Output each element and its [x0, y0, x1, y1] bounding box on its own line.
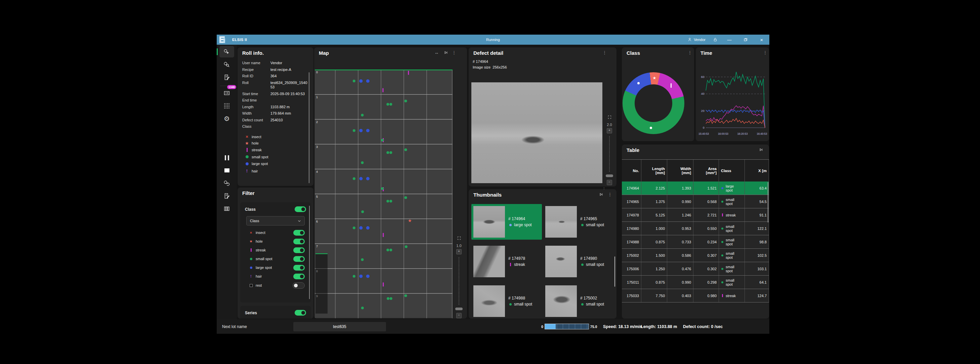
thumbnail-card[interactable]: # 175002small spot [543, 283, 614, 319]
table-cell: 0.990 [667, 195, 694, 208]
thumbnail-image [473, 285, 505, 317]
dot-symbol [245, 155, 249, 158]
table-cell: 174988 [622, 235, 641, 248]
svg-text:40: 40 [701, 92, 705, 96]
insect-toggle[interactable] [293, 230, 305, 236]
map-zoom-slider[interactable] [458, 257, 459, 305]
class-filter-card: Class Class ×insect★holestreaksmall spot… [240, 202, 311, 302]
map-zoom-slider-handle[interactable] [455, 308, 463, 310]
report-edit-icon[interactable] [220, 190, 234, 202]
table-column-header[interactable]: Length[mm] [641, 160, 667, 182]
time-line-chart[interactable]: 0204060 [698, 59, 767, 133]
class-legend-item: small spot [245, 155, 269, 159]
table-column-header[interactable]: Area[mm²] [694, 160, 719, 182]
table-cell: 98.8 [745, 235, 769, 248]
filter-scrollbar[interactable] [309, 206, 310, 299]
table-column-header[interactable]: Class [719, 160, 745, 182]
thumbnail-card[interactable]: # 174978streak [471, 244, 542, 279]
dot-symbol [249, 258, 253, 260]
large-spot-toggle[interactable] [293, 265, 305, 271]
columns-icon[interactable] [220, 203, 234, 214]
table-row[interactable]: 1749651.3750.9900.568small spot54.5 [622, 195, 769, 208]
roll-progress: 0 75.0 [541, 319, 597, 334]
map-resize-icon[interactable]: ↔ [434, 50, 439, 55]
table-cell: 0.307 [694, 249, 719, 262]
hair-toggle[interactable] [293, 274, 305, 279]
settings-gear-icon[interactable]: ⚙ [220, 113, 234, 125]
svg-text:2: 2 [316, 120, 318, 124]
bar-symbol [249, 248, 253, 252]
close-button[interactable]: × [757, 36, 766, 43]
thumbnails-kebab-menu-icon[interactable]: ⋮ [608, 192, 612, 196]
thumbnail-card[interactable]: # 174988small spot [471, 283, 542, 319]
table-scrollbar[interactable] [768, 182, 768, 222]
table-row[interactable]: 1750061.2500.4760.302small spot103.1 [622, 262, 769, 276]
class-kebab-menu-icon[interactable]: ⋮ [688, 50, 692, 55]
user-menu[interactable]: Vendor [687, 37, 706, 42]
dot-grid-icon[interactable] [220, 100, 234, 112]
thumbnails-skip-end-icon[interactable] [599, 192, 603, 197]
defect-zoom-slider-handle[interactable] [606, 174, 613, 177]
roll-info-field: Roll ID364 [242, 74, 308, 78]
thumbnail-card[interactable]: # 174964large spot [471, 204, 542, 239]
table-cell: 0.953 [667, 222, 694, 235]
table-cell-class: large spot [719, 182, 745, 195]
map-skip-end-icon[interactable] [444, 50, 448, 56]
defect-zoom-out-button[interactable]: − [607, 180, 612, 185]
table-row[interactable]: 1749785.1251.2462.721streak91.1 [622, 208, 769, 222]
class-legend-item: large spot [245, 162, 268, 166]
table-row[interactable]: 1749642.1251.3931.521large spot63.4 [622, 182, 769, 195]
document-edit-icon[interactable] [220, 72, 234, 83]
defect-image[interactable] [471, 82, 602, 183]
hole-toggle[interactable] [293, 239, 305, 244]
next-lot-input[interactable] [293, 322, 386, 331]
dot-symbol [508, 303, 512, 305]
table-row[interactable]: 1749801.0000.9530.550small spot122.1 [622, 222, 769, 235]
roll-play-icon[interactable] [220, 46, 234, 57]
restore-button[interactable] [741, 36, 750, 43]
stop-icon[interactable] [220, 165, 234, 176]
defect-kebab-menu-icon[interactable]: ⋮ [602, 50, 607, 55]
class-filter-dropdown[interactable]: Class [246, 216, 305, 225]
defect-zoom-in-button[interactable]: + [607, 128, 612, 133]
pause-icon[interactable] [220, 152, 234, 163]
series-filter-toggle[interactable] [294, 310, 306, 316]
defect-list-icon[interactable]: 1346 [220, 88, 234, 99]
time-kebab-menu-icon[interactable]: ⋮ [763, 50, 767, 55]
map-zoom-in-button[interactable]: + [456, 249, 461, 254]
table-cell: 0.980 [694, 289, 719, 302]
roll-info-field: Recipetest recipe-A [242, 67, 308, 72]
roll-search-icon[interactable] [220, 59, 234, 70]
thumbnail-card[interactable]: # 174980small spot [543, 244, 614, 279]
table-cell: 0.733 [667, 235, 694, 248]
minimize-button[interactable]: — [725, 36, 734, 43]
thumbnails-scrollbar[interactable] [614, 257, 615, 287]
map-zoom-out-button[interactable]: − [456, 313, 461, 318]
table-row[interactable]: 1749880.8750.7330.234small spot98.8 [622, 235, 769, 249]
map-fullscreen-icon[interactable] [457, 236, 461, 242]
dot-symbol [720, 268, 724, 270]
svg-text:60: 60 [701, 75, 705, 79]
table-column-header[interactable]: No. [622, 160, 641, 182]
rest-toggle[interactable] [293, 282, 305, 289]
table-row[interactable]: 1750337.7500.4030.980streak124.7 [622, 289, 769, 302]
table-cell: 0.298 [694, 276, 719, 289]
table-row[interactable]: 1750110.8750.9900.298small spot64.1 [622, 276, 769, 289]
table-column-header[interactable]: X [m [745, 160, 769, 182]
table-row[interactable]: 1750021.5000.5860.307small spot102.5 [622, 249, 769, 262]
map-kebab-menu-icon[interactable]: ⋮ [452, 50, 456, 55]
class-legend-item: ★hole [245, 141, 259, 145]
defect-map[interactable]: 0123456789★ [315, 70, 453, 318]
small-spot-toggle[interactable] [293, 256, 305, 262]
dot-symbol [720, 187, 724, 189]
streak-toggle[interactable] [293, 247, 305, 253]
defect-fullscreen-icon[interactable] [608, 115, 612, 121]
defect-zoom-slider[interactable] [609, 136, 610, 172]
thumbnail-card[interactable]: # 174965small spot [543, 204, 614, 239]
table-skip-end-icon[interactable] [759, 148, 763, 153]
roll-restore-icon[interactable] [220, 177, 234, 189]
class-filter-toggle[interactable] [294, 206, 306, 212]
lock-icon[interactable] [713, 37, 718, 42]
roll-info-scrollbar[interactable] [309, 72, 309, 183]
table-column-header[interactable]: Width[mm] [667, 160, 694, 182]
